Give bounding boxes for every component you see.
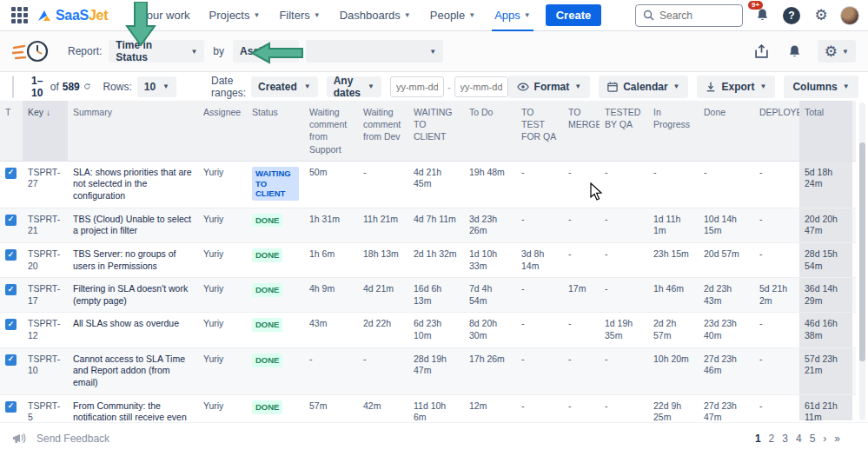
user-avatar[interactable]: [840, 6, 859, 25]
time-cell: -: [516, 208, 563, 242]
issue-key-cell[interactable]: TSPRT-10: [23, 348, 68, 394]
next-page-button[interactable]: ›: [823, 433, 826, 445]
report-type-select[interactable]: Time in Status▼: [109, 40, 204, 63]
share-button[interactable]: [752, 41, 772, 62]
settings-button[interactable]: ⚙: [811, 5, 832, 26]
column-header-summary[interactable]: Summary: [68, 101, 198, 161]
column-header-key[interactable]: Key↓: [23, 101, 68, 161]
help-button[interactable]: ?: [781, 5, 802, 26]
issue-summary-cell[interactable]: Filtering in SLA doesn't work (empty pag…: [68, 278, 198, 312]
issue-summary-cell[interactable]: From Community: the notification still r…: [68, 395, 198, 420]
table-row[interactable]: ✓TSPRT-5From Community: the notification…: [0, 395, 856, 420]
time-cell: 27d 23h 47m: [699, 395, 754, 420]
page-1[interactable]: 1: [755, 433, 761, 445]
issue-summary-cell[interactable]: TBS (Cloud) Unable to select a project i…: [68, 208, 198, 242]
nav-item-apps[interactable]: Apps▼: [487, 0, 539, 31]
column-header-waiting-to-client[interactable]: WAITING TO CLIENT: [408, 101, 464, 161]
issue-key-cell[interactable]: TSPRT-21: [23, 208, 68, 242]
date-from-input[interactable]: [390, 76, 444, 97]
grid-view-button[interactable]: [13, 76, 14, 97]
issue-summary-cell[interactable]: SLA: shows priorities that are not selec…: [68, 162, 198, 208]
time-cell: 17m: [563, 278, 600, 312]
create-button[interactable]: Create: [546, 4, 601, 26]
scrollbar-thumb[interactable]: [859, 142, 865, 361]
assignee-cell: Yuriy: [198, 395, 247, 420]
vertical-scrollbar[interactable]: [859, 102, 865, 420]
column-header-t[interactable]: T: [0, 101, 23, 161]
column-header-done[interactable]: Done: [699, 101, 754, 161]
nav-item-people[interactable]: People▼: [422, 0, 483, 31]
table-row[interactable]: ✓TSPRT-10Cannot access to SLA Time and R…: [0, 348, 856, 395]
column-header-to-merge[interactable]: TO MERGE: [563, 101, 600, 161]
table-row[interactable]: ✓TSPRT-27SLA: shows priorities that are …: [0, 162, 856, 208]
time-cell: -: [600, 162, 648, 208]
issue-key-cell[interactable]: TSPRT-12: [23, 313, 68, 347]
issue-key-cell[interactable]: TSPRT-20: [23, 243, 68, 277]
app-switcher-icon[interactable]: [9, 5, 30, 26]
task-icon: ✓: [5, 401, 17, 413]
assignee-cell: Yuriy: [198, 243, 247, 277]
date-to-input[interactable]: [454, 76, 508, 97]
export-button[interactable]: Export▼: [697, 76, 775, 98]
date-range-select[interactable]: Any dates▼: [327, 76, 381, 97]
page-5[interactable]: 5: [810, 433, 816, 445]
chevron-down-icon: ▼: [162, 83, 169, 90]
group-by-select[interactable]: Assignee▼: [233, 40, 299, 63]
column-header-in-progress[interactable]: In Progress: [648, 101, 699, 161]
table-row[interactable]: ✓TSPRT-21TBS (Cloud) Unable to select a …: [0, 208, 856, 243]
issue-summary-cell[interactable]: Cannot access to SLA Time and Report add…: [68, 348, 198, 394]
column-header-to-test-for-qa[interactable]: TO TEST FOR QA: [516, 101, 563, 161]
columns-button[interactable]: Columns▼: [784, 76, 858, 98]
bell-icon: [787, 44, 802, 59]
column-header-waiting-comment-from-support[interactable]: Waiting comment from Support: [304, 101, 358, 161]
column-header-to-do[interactable]: To Do: [464, 101, 516, 161]
column-header-assignee[interactable]: Assignee: [198, 101, 247, 161]
report-notifications-button[interactable]: [785, 41, 805, 62]
time-cell: -: [600, 278, 648, 312]
page-3[interactable]: 3: [782, 433, 788, 445]
send-feedback-button[interactable]: Send Feedback: [12, 432, 109, 446]
issue-summary-cell[interactable]: All SLAs show as overdue: [68, 313, 198, 347]
rows-per-page-select[interactable]: 10▼: [137, 76, 176, 97]
report-settings-button[interactable]: ⚙▼: [818, 40, 856, 63]
task-icon: ✓: [5, 284, 17, 295]
table-toolbar: 1–10 of 589 Rows: 10▼ Date ranges: Creat…: [0, 72, 868, 101]
table-row[interactable]: ✓TSPRT-12All SLAs show as overdueYuriyDO…: [0, 313, 856, 347]
issue-summary-cell[interactable]: TBS Server: no groups of users in Permis…: [68, 243, 198, 277]
date-field-select[interactable]: Created▼: [251, 76, 318, 97]
column-header-label: Summary: [73, 107, 112, 117]
status-badge: DONE: [252, 283, 282, 297]
nav-item-filters[interactable]: Filters▼: [271, 0, 328, 31]
filter-select[interactable]: ▼: [306, 40, 443, 63]
page-2[interactable]: 2: [769, 433, 775, 445]
search-input[interactable]: [659, 10, 729, 22]
nav-item-projects[interactable]: Projects▼: [202, 0, 268, 31]
saasjet-logo[interactable]: SaaSJet: [36, 8, 108, 23]
grid-view-icon: [13, 81, 14, 93]
column-header-tested-by-qa[interactable]: TESTED BY QA: [600, 101, 648, 161]
calendar-button[interactable]: Calendar▼: [599, 76, 688, 98]
issue-key-cell[interactable]: TSPRT-17: [23, 278, 68, 312]
column-header-deployed[interactable]: DEPLOYED: [754, 101, 799, 161]
assignee-cell: Yuriy: [198, 208, 247, 242]
refresh-icon[interactable]: [83, 81, 91, 92]
table-row[interactable]: ✓TSPRT-17Filtering in SLA doesn't work (…: [0, 278, 856, 313]
issue-key-cell[interactable]: TSPRT-5: [23, 395, 68, 420]
search-box[interactable]: [635, 4, 743, 27]
page-4[interactable]: 4: [796, 433, 802, 445]
column-header-waiting-comment-from-dev[interactable]: Waiting comment from Dev: [358, 101, 408, 161]
last-page-button[interactable]: »: [834, 433, 840, 445]
time-cell: 22d 9h 25m: [648, 395, 699, 420]
issue-key-cell[interactable]: TSPRT-27: [23, 162, 68, 208]
nav-item-label: Filters: [279, 9, 309, 22]
nav-item-dashboards[interactable]: Dashboards▼: [332, 0, 419, 31]
send-feedback-label: Send Feedback: [36, 433, 109, 445]
nav-item-your-work[interactable]: Your work: [132, 0, 197, 31]
column-header-total[interactable]: Total: [799, 101, 852, 161]
table-row[interactable]: ✓TSPRT-20TBS Server: no groups of users …: [0, 243, 856, 278]
time-cell: 2d 22h: [358, 313, 408, 347]
format-button[interactable]: Format▼: [508, 76, 591, 98]
notifications-button[interactable]: 9+: [752, 5, 772, 26]
time-cell: 3d 23h 26m: [464, 208, 516, 242]
column-header-status[interactable]: Status: [247, 101, 304, 161]
